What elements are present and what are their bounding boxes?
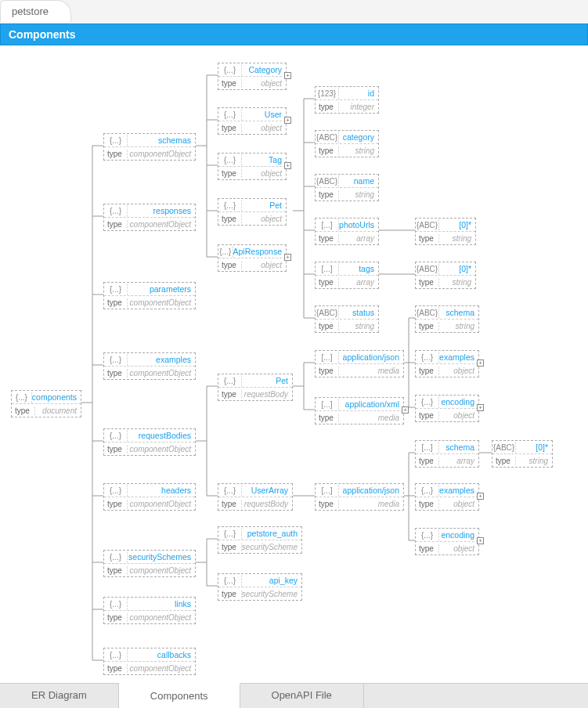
node-category[interactable]: {ABC}category typestring [315,130,379,157]
braces-icon: {...} [12,392,32,403]
expand-icon[interactable]: + [284,254,291,261]
expand-icon[interactable]: + [477,404,484,411]
node-callbacks[interactable]: {...}callbacks typecomponentObject [103,648,196,675]
node-photoUrls[interactable]: [...]photoUrls typearray [315,218,379,245]
node-User[interactable]: {...}User typeobject [218,107,287,135]
node-schemas[interactable]: {...}schemas typecomponentObject [103,133,196,161]
header-bar: Components [0,23,588,45]
node-schema2-item[interactable]: {ABC}[0]* typestring [492,440,553,468]
node-tags[interactable]: [...]tags typearray [315,262,379,289]
node-securitySchemes[interactable]: {...}securitySchemes typecomponentObject [103,550,196,577]
node-status[interactable]: {ABC}status typestring [315,305,379,333]
node-Pet[interactable]: {...}Pet typeobject [218,198,287,226]
tab-er-diagram[interactable]: ER Diagram [0,684,119,708]
node-links[interactable]: {...}links typecomponentObject [103,597,196,624]
node-encoding2[interactable]: {...}encoding typeobject [415,528,479,555]
node-PetRB[interactable]: {...}Pet typerequestBody [218,374,293,401]
node-UserArray[interactable]: {...}UserArray typerequestBody [218,483,293,511]
node-ApiResponse[interactable]: {...}ApiResponse typeobject [218,244,287,272]
node-examples1[interactable]: {...}examples typeobject [415,350,479,377]
expand-icon[interactable]: + [284,117,291,124]
tab-openapi-file[interactable]: OpenAPI File [240,684,364,708]
node-id[interactable]: {123}id typeinteger [315,86,379,114]
bottom-tabs: ER Diagram Components OpenAPI File [0,683,588,708]
node-schema1[interactable]: {ABC}schema typestring [415,305,479,333]
expand-icon[interactable]: + [402,406,409,414]
node-Category[interactable]: {...}Category typeobject [218,63,287,90]
node-api_key[interactable]: {...}api_key typesecurityScheme [218,573,302,601]
node-appjson1[interactable]: [...]application/json typemedia [315,350,404,377]
node-examples[interactable]: {...}examples typecomponentObject [103,352,196,380]
node-schema2[interactable]: [...]schema typearray [415,440,479,468]
expand-icon[interactable]: + [284,72,291,79]
expand-icon[interactable]: + [284,162,291,169]
node-encoding1[interactable]: {...}encoding typeobject [415,395,479,422]
node-parameters[interactable]: {...}parameters typecomponentObject [103,282,196,309]
node-headers[interactable]: {...}headers typecomponentObject [103,483,196,511]
node-name[interactable]: {ABC}name typestring [315,174,379,201]
node-appjson2[interactable]: [...]application/json typemedia [315,483,404,511]
node-examples2[interactable]: {...}examples typeobject [415,483,479,511]
node-components[interactable]: {...}components typedocument [11,390,81,417]
node-petstore_auth[interactable]: {...}petstore_auth typesecurityScheme [218,526,302,554]
expand-icon[interactable]: + [477,537,484,544]
expand-icon[interactable]: + [477,359,484,367]
node-tags-item[interactable]: {ABC}[0]* typestring [415,262,476,289]
node-title: components [32,392,81,402]
node-appxml1[interactable]: [...]application/xml typemedia [315,397,404,424]
node-requestBodies[interactable]: {...}requestBodies typecomponentObject [103,428,196,456]
node-photoUrls-item[interactable]: {ABC}[0]* typestring [415,218,476,245]
expand-icon[interactable]: + [477,493,484,500]
node-responses[interactable]: {...}responses typecomponentObject [103,204,196,231]
tab-components[interactable]: Components [119,683,240,708]
diagram-canvas[interactable]: {...}components typedocument {...}schema… [0,45,588,683]
node-Tag[interactable]: {...}Tag typeobject [218,153,287,180]
top-tab[interactable]: petstore [0,0,71,22]
